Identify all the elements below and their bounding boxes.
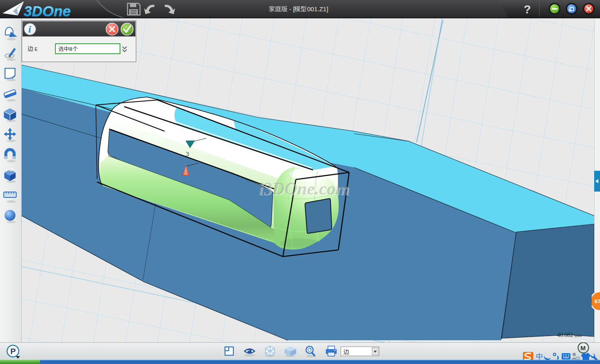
svg-text:8: 8 — [69, 46, 72, 52]
svg-text:001.Z1]: 001.Z1] — [307, 5, 328, 12]
svg-text:?: ? — [524, 3, 531, 16]
svg-text:M: M — [580, 344, 586, 352]
svg-text:40.082 mm: 40.082 mm — [557, 332, 582, 338]
svg-text:3DOne: 3DOne — [24, 3, 71, 18]
svg-text:3: 3 — [186, 151, 189, 157]
svg-text:67: 67 — [595, 298, 600, 304]
svg-text:i: i — [28, 24, 31, 35]
svg-text:i3DOne.com: i3DOne.com — [258, 179, 349, 198]
svg-text:P: P — [10, 347, 16, 356]
svg-text:E: E — [35, 47, 38, 52]
svg-text:- [: - [ — [289, 5, 295, 12]
